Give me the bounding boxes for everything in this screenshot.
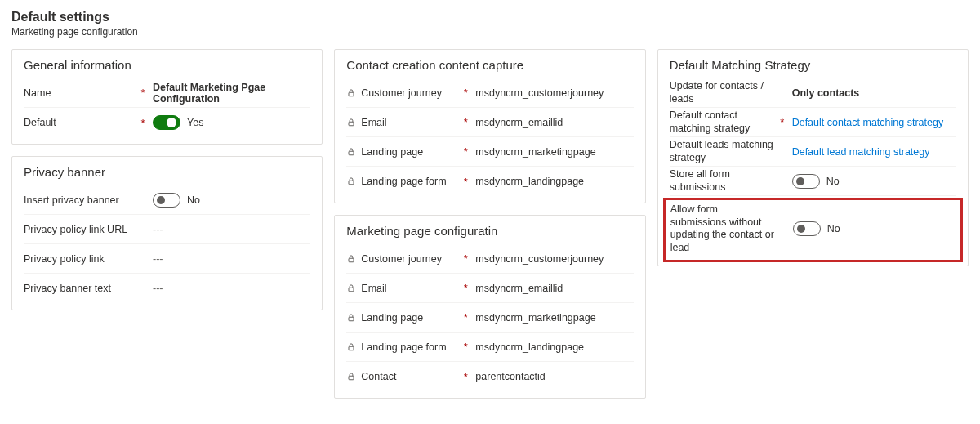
page-subtitle: Marketing page configuration [11, 26, 969, 38]
svg-rect-2 [349, 151, 354, 155]
capture-value[interactable]: msdyncrm_landingpage [475, 176, 633, 187]
row-leads-strategy: Default leads matching strategy Default … [670, 137, 956, 167]
row-default: Default * Yes [24, 108, 310, 137]
lock-icon [346, 176, 356, 186]
allow-submissions-toggle[interactable] [793, 221, 821, 236]
required-mark: * [461, 176, 470, 188]
required-mark: * [461, 87, 470, 99]
lock-icon [346, 372, 356, 382]
mpc-value[interactable]: msdyncrm_customerjourney [475, 253, 633, 265]
privacy-link-label: Privacy policy link [24, 253, 136, 265]
card-title-capture: Contact creation content capture [346, 58, 633, 72]
leads-strategy-label: Default leads matching strategy [670, 139, 776, 164]
capture-label: Landing page [346, 146, 459, 158]
row-privacy-url: Privacy policy link URL --- [24, 215, 310, 244]
capture-row: Email*msdyncrm_emaillid [346, 108, 633, 137]
capture-label: Landing page form [346, 176, 459, 187]
capture-row: Customer journey*msdyncrm_customerjourne… [346, 78, 633, 108]
svg-rect-4 [349, 258, 354, 262]
card-title-general: General information [24, 58, 310, 72]
mpc-label: Landing page form [346, 341, 459, 353]
mpc-row: Email*msdyncrm_emaillid [346, 274, 633, 303]
required-mark: * [138, 87, 148, 99]
privacy-text-label: Privacy banner text [24, 283, 136, 294]
row-name: Name * Default Marketing Pgae Configurat… [24, 78, 310, 108]
mpc-value[interactable]: parentcontactid [475, 371, 633, 382]
capture-value[interactable]: msdyncrm_emaillid [475, 117, 633, 128]
card-title-strategy: Default Matching Strategy [670, 58, 956, 72]
capture-row: Landing page*msdyncrm_marketingpage [346, 137, 633, 167]
required-mark: * [461, 311, 470, 324]
store-all-toggle[interactable] [792, 174, 820, 189]
capture-value[interactable]: msdyncrm_marketingpage [475, 146, 633, 158]
mpc-value[interactable]: msdyncrm_landingpage [475, 341, 633, 353]
privacy-url-value[interactable]: --- [153, 224, 310, 235]
svg-rect-5 [349, 288, 354, 292]
mpc-label: Landing page [346, 312, 459, 324]
privacy-url-label: Privacy policy link URL [24, 224, 136, 235]
mpc-row: Contact*parentcontactid [346, 362, 633, 391]
update-for-label: Update for contacts / leads [670, 80, 776, 105]
default-toggle[interactable] [153, 115, 180, 130]
update-for-value[interactable]: Only contacts [792, 87, 956, 99]
lock-icon [346, 283, 356, 293]
default-label: Default [24, 117, 136, 128]
row-privacy-text: Privacy banner text --- [24, 274, 310, 303]
page-title: Default settings [11, 10, 969, 25]
svg-rect-3 [349, 181, 354, 185]
row-update-for: Update for contacts / leads Only contact… [670, 78, 956, 108]
row-insert-banner: Insert privacy banner No [24, 185, 310, 215]
privacy-text-value[interactable]: --- [153, 283, 310, 294]
mpc-label: Contact [346, 371, 459, 382]
mpc-value[interactable]: msdyncrm_marketingpage [475, 312, 633, 324]
required-mark: * [461, 252, 470, 265]
mpc-label: Customer journey [346, 253, 459, 265]
contact-capture-card: Contact creation content capture Custome… [334, 49, 645, 203]
privacy-link-value[interactable]: --- [153, 253, 310, 265]
mpc-row: Landing page form*msdyncrm_landingpage [346, 333, 633, 362]
lock-icon [346, 88, 356, 98]
lock-icon [346, 118, 356, 127]
allow-submissions-label: Allow form submissions without updating … [670, 203, 777, 255]
row-store-all: Store all form submissions No [670, 167, 956, 196]
contact-strategy-label: Default contact matching strategy [670, 109, 776, 135]
lock-icon [346, 313, 356, 323]
mpc-row: Landing page*msdyncrm_marketingpage [346, 303, 633, 333]
mpc-label: Email [346, 283, 459, 294]
mpc-value[interactable]: msdyncrm_emaillid [475, 283, 633, 294]
svg-rect-6 [349, 317, 354, 321]
contact-strategy-value[interactable]: Default contact matching strategy [792, 117, 956, 128]
name-label: Name [24, 87, 136, 99]
capture-value[interactable]: msdyncrm_customerjourney [475, 87, 633, 99]
required-mark: * [461, 341, 470, 353]
general-information-card: General information Name * Default Marke… [11, 49, 323, 145]
insert-banner-toggle-label: No [187, 194, 200, 206]
svg-rect-0 [349, 92, 354, 96]
lock-icon [346, 254, 356, 264]
privacy-banner-card: Privacy banner Insert privacy banner No … [11, 156, 323, 310]
card-title-privacy: Privacy banner [24, 165, 310, 179]
store-all-toggle-label: No [826, 176, 840, 187]
required-mark: * [777, 116, 787, 128]
svg-rect-7 [349, 346, 354, 350]
card-title-mpc: Marketing page configuratin [346, 224, 633, 238]
required-mark: * [138, 117, 148, 129]
mpc-row: Customer journey*msdyncrm_customerjourne… [346, 244, 633, 274]
highlight-allow-submissions: Allow form submissions without updating … [663, 198, 963, 262]
leads-strategy-value[interactable]: Default lead matching strategy [792, 146, 956, 158]
svg-rect-1 [349, 122, 354, 126]
lock-icon [346, 147, 356, 157]
row-allow-submissions: Allow form submissions without updating … [670, 203, 956, 255]
required-mark: * [461, 371, 470, 383]
row-contact-strategy: Default contact matching strategy * Defa… [670, 108, 956, 137]
default-toggle-label: Yes [187, 117, 203, 128]
required-mark: * [461, 116, 470, 128]
required-mark: * [461, 282, 470, 294]
insert-banner-toggle[interactable] [153, 193, 180, 208]
matching-strategy-card: Default Matching Strategy Update for con… [657, 49, 969, 266]
lock-icon [346, 342, 356, 352]
marketing-page-config-card: Marketing page configuratin Customer jou… [334, 215, 645, 399]
capture-row: Landing page form*msdyncrm_landingpage [346, 167, 633, 196]
allow-submissions-toggle-label: No [827, 223, 840, 234]
name-value[interactable]: Default Marketing Pgae Configuration [153, 82, 310, 105]
